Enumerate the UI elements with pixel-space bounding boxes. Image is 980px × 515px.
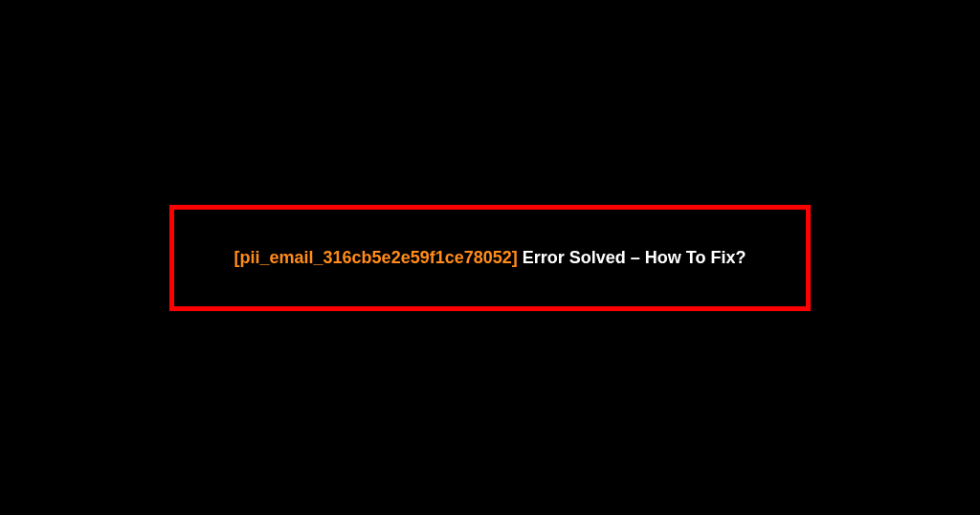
error-suffix: Error Solved – How To Fix?	[518, 248, 746, 267]
error-message-text: [pii_email_316cb5e2e59f1ce78052] Error S…	[234, 248, 746, 268]
error-message-box: [pii_email_316cb5e2e59f1ce78052] Error S…	[169, 205, 811, 311]
error-code: [pii_email_316cb5e2e59f1ce78052]	[234, 248, 518, 267]
